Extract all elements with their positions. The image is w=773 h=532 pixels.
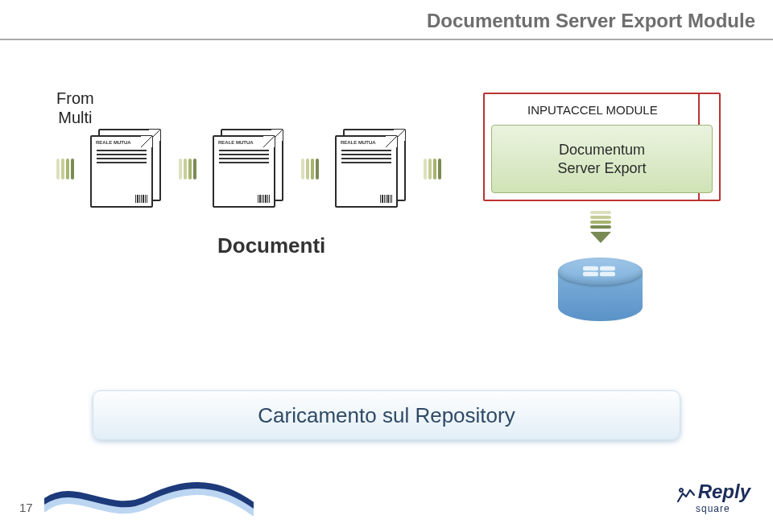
page-number: 17 xyxy=(19,501,33,514)
reply-name: Reply xyxy=(698,480,750,503)
barcode-icon xyxy=(135,195,147,203)
reply-logo: Reply square xyxy=(676,480,750,514)
documents-row: REALE MUTUA REALE MUTUA REALE MUTUA xyxy=(48,129,449,209)
module-line2: Server Export xyxy=(557,160,646,176)
module-box-text: Documentum Server Export xyxy=(557,141,646,177)
arrow-right-icon xyxy=(56,159,74,179)
barcode-icon xyxy=(258,195,270,203)
arrow-right-icon xyxy=(424,159,441,179)
documenti-label: Documenti xyxy=(217,233,325,258)
arrow-right-icon xyxy=(179,159,196,179)
from-multi-label: From Multi xyxy=(56,89,94,127)
reply-subtitle: square xyxy=(676,503,750,514)
reply-runner-icon xyxy=(676,485,697,503)
wave-decoration-icon xyxy=(44,475,254,519)
module-box: Documentum Server Export xyxy=(491,125,713,193)
document-stack-2: REALE MUTUA xyxy=(213,129,285,209)
module-line1: Documentum xyxy=(559,142,645,158)
from-label: From xyxy=(56,89,94,107)
barcode-icon xyxy=(380,195,392,203)
page-title: Documentum Server Export Module xyxy=(427,10,755,32)
arrow-down-icon xyxy=(590,211,611,243)
document-stack-1: REALE MUTUA xyxy=(90,129,163,209)
footer: 17 Reply square xyxy=(0,471,773,519)
banner-text: Caricamento sul Repository xyxy=(258,403,515,428)
document-stack-3: REALE MUTUA xyxy=(335,129,407,209)
arrow-right-icon xyxy=(301,159,319,179)
multi-label: Multi xyxy=(58,109,92,126)
inputaccel-module-label: INPUTACCEL MODULE xyxy=(527,103,658,117)
database-icon xyxy=(558,258,643,334)
banner: Caricamento sul Repository xyxy=(93,390,680,440)
